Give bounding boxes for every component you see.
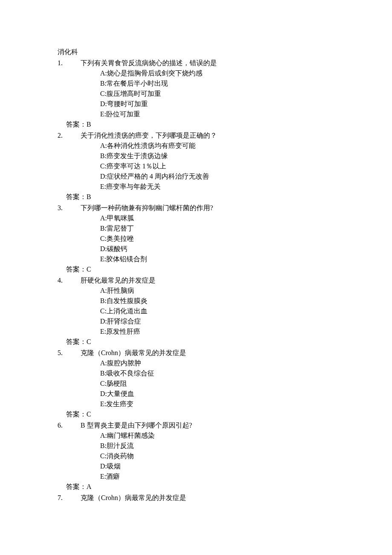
question-stem: 关于消化性溃疡的癌变，下列哪项是正确的？ [81,130,334,141]
question-number: 2. [58,130,81,192]
question-item: 1.下列有关胃食管反流病烧心的描述，错误的是A:烧心是指胸骨后或剑突下烧灼感B:… [58,58,334,119]
option-item: A:各种消化性溃疡均有癌变可能 [100,141,334,151]
options-list: A:甲氧咪胍B:雷尼替丁C:奥美拉唑D:碳酸钙E:胶体铝镁合剂 [81,213,334,264]
question-number: 4. [58,275,81,337]
option-item: A:烧心是指胸骨后或剑突下烧灼感 [100,68,334,78]
question-stem: 下列哪一种药物兼有抑制幽门螺杆菌的作用? [81,203,334,213]
options-list: A:腹腔内脓肿B:吸收不良综合征C:肠梗阻D:大量便血E:发生癌变 [81,358,334,409]
option-item: E:癌变率与年龄无关 [100,182,334,192]
question-stem: 克隆（Crohn）病最常见的并发症是 [81,493,334,503]
option-item: E:卧位可加重 [100,109,334,119]
option-item: D:吸烟 [100,461,334,471]
options-list: A:幽门螺杆菌感染B:胆汁反流C:消炎药物D:吸烟E:酒癖 [81,431,334,482]
option-item: A:幽门螺杆菌感染 [100,431,334,441]
options-list: A:肝性脑病B:自发性腹膜炎C:上消化道出血D:肝肾综合症E:原发性肝癌 [81,286,334,337]
option-item: E:原发性肝癌 [100,327,334,337]
option-item: B:胆汁反流 [100,441,334,451]
question-number: 3. [58,203,81,264]
answer-text: 答案：C [58,264,334,275]
question-number: 7. [58,493,81,503]
question-number: 5. [58,348,81,409]
option-item: B:癌变发生于溃疡边缘 [100,151,334,161]
option-item: E:酒癖 [100,471,334,482]
option-item: A:甲氧咪胍 [100,213,334,223]
section-title: 消化科 [58,47,334,57]
option-item: D:症状经严格的 4 周内科治疗无改善 [100,171,334,182]
question-item: 3.下列哪一种药物兼有抑制幽门螺杆菌的作用?A:甲氧咪胍B:雷尼替丁C:奥美拉唑… [58,203,334,264]
options-list: A:烧心是指胸骨后或剑突下烧灼感B:常在餐后半小时出现C:腹压增高时可加重D:弯… [81,68,334,119]
option-item: D:碳酸钙 [100,244,334,254]
question-stem: 克隆（Crohn）病最常见的并发症是 [81,348,334,358]
answer-text: 答案：B [58,192,334,202]
option-item: B:常在餐后半小时出现 [100,78,334,89]
question-stem: 下列有关胃食管反流病烧心的描述，错误的是 [81,58,334,68]
answer-text: 答案：A [58,482,334,492]
questions-list: 1.下列有关胃食管反流病烧心的描述，错误的是A:烧心是指胸骨后或剑突下烧灼感B:… [58,58,334,503]
question-item: 2.关于消化性溃疡的癌变，下列哪项是正确的？A:各种消化性溃疡均有癌变可能B:癌… [58,130,334,192]
answer-text: 答案：C [58,409,334,419]
option-item: B:自发性腹膜炎 [100,296,334,306]
option-item: C:肠梗阻 [100,379,334,389]
answer-text: 答案：B [58,119,334,130]
question-item: 6.B 型胃炎主要是由下列哪个原因引起?A:幽门螺杆菌感染B:胆汁反流C:消炎药… [58,420,334,482]
question-number: 6. [58,420,81,482]
option-item: C:消炎药物 [100,451,334,461]
option-item: D:大量便血 [100,389,334,399]
question-number: 1. [58,58,81,119]
option-item: A:肝性脑病 [100,286,334,296]
option-item: E:胶体铝镁合剂 [100,254,334,264]
option-item: E:发生癌变 [100,399,334,409]
question-stem: 肝硬化最常见的并发症是 [81,275,334,286]
option-item: B:雷尼替丁 [100,223,334,234]
option-item: D:弯腰时可加重 [100,99,334,109]
option-item: C:上消化道出血 [100,306,334,316]
question-item: 4.肝硬化最常见的并发症是A:肝性脑病B:自发性腹膜炎C:上消化道出血D:肝肾综… [58,275,334,337]
question-stem: B 型胃炎主要是由下列哪个原因引起? [81,420,334,431]
question-item: 7.克隆（Crohn）病最常见的并发症是 [58,493,334,503]
option-item: C:腹压增高时可加重 [100,89,334,99]
option-item: D:肝肾综合症 [100,316,334,327]
answer-text: 答案：C [58,337,334,347]
question-item: 5.克隆（Crohn）病最常见的并发症是A:腹腔内脓肿B:吸收不良综合征C:肠梗… [58,348,334,409]
option-item: A:腹腔内脓肿 [100,358,334,368]
option-item: C:癌变率可达 1％以上 [100,161,334,171]
option-item: C:奥美拉唑 [100,234,334,244]
options-list: A:各种消化性溃疡均有癌变可能B:癌变发生于溃疡边缘C:癌变率可达 1％以上D:… [81,141,334,192]
option-item: B:吸收不良综合征 [100,368,334,379]
